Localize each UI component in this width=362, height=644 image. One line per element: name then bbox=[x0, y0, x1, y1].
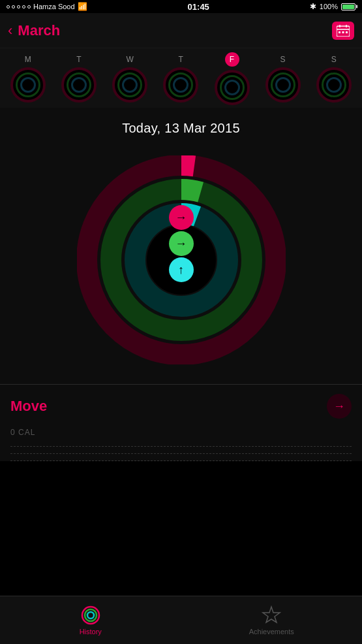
week-label-sun: S bbox=[331, 55, 337, 64]
week-label-sat: S bbox=[280, 55, 286, 64]
date-header: Today, 13 Mar 2015 bbox=[0, 108, 362, 142]
week-label-wed: W bbox=[126, 55, 134, 64]
main-content: Today, 13 Mar 2015 → → bbox=[0, 108, 362, 461]
dot-3 bbox=[17, 5, 20, 8]
dot-2 bbox=[12, 5, 15, 8]
week-day-sat[interactable]: S bbox=[260, 55, 306, 103]
dashed-line-3 bbox=[10, 460, 352, 461]
status-left: Hamza Sood 📶 bbox=[7, 2, 87, 11]
svg-point-15 bbox=[85, 609, 97, 621]
week-day-mon[interactable]: M bbox=[5, 55, 51, 103]
rings-container: → → ↑ bbox=[0, 142, 362, 384]
week-ring-sun bbox=[316, 67, 352, 103]
carrier-name: Hamza Sood bbox=[33, 3, 75, 10]
week-ring-sat bbox=[265, 67, 301, 103]
week-label-thu: T bbox=[179, 55, 184, 64]
back-button[interactable]: ‹ March bbox=[8, 22, 60, 39]
calendar-button[interactable] bbox=[332, 22, 354, 40]
tab-achievements-label: Achievements bbox=[249, 628, 294, 636]
dashed-line-1 bbox=[10, 446, 352, 447]
week-ring-thu bbox=[163, 67, 198, 103]
week-day-wed[interactable]: W bbox=[107, 55, 153, 103]
tab-history[interactable]: History bbox=[0, 596, 181, 644]
battery-fill bbox=[342, 5, 354, 9]
svg-rect-6 bbox=[346, 31, 348, 33]
week-ring-mon bbox=[10, 67, 46, 103]
week-day-thu[interactable]: T bbox=[158, 55, 204, 103]
nav-title: March bbox=[15, 22, 60, 39]
status-bar: Hamza Sood 📶 01:45 ✱ 100% bbox=[0, 0, 362, 13]
back-chevron-icon: ‹ bbox=[8, 24, 12, 38]
move-arrow-icon: → bbox=[175, 211, 187, 225]
tab-bar: History Achievements bbox=[0, 596, 362, 644]
battery-percent: 100% bbox=[320, 3, 338, 10]
tab-achievements[interactable]: Achievements bbox=[181, 596, 363, 644]
dashed-line-2 bbox=[10, 453, 352, 454]
week-row: M T W T F bbox=[0, 48, 362, 108]
history-icon bbox=[81, 605, 100, 625]
tab-history-label: History bbox=[80, 628, 102, 636]
move-label: Move bbox=[10, 398, 47, 415]
stand-arrow-icon: ↑ bbox=[178, 263, 184, 277]
svg-rect-5 bbox=[342, 31, 344, 33]
move-detail-button[interactable]: → bbox=[327, 394, 352, 419]
bluetooth-icon: ✱ bbox=[310, 2, 316, 11]
calendar-icon bbox=[337, 25, 350, 37]
nav-header: ‹ March bbox=[0, 13, 362, 48]
week-label-fri: F bbox=[225, 52, 239, 67]
move-section: Move → bbox=[0, 385, 362, 425]
arrows-overlay: → → ↑ bbox=[169, 205, 194, 282]
svg-marker-17 bbox=[263, 607, 280, 622]
week-day-sun[interactable]: S bbox=[311, 55, 357, 103]
wifi-icon: 📶 bbox=[78, 2, 87, 11]
week-ring-tue bbox=[61, 67, 97, 103]
cal-label: 0 CAL bbox=[0, 425, 362, 440]
svg-rect-4 bbox=[339, 31, 340, 33]
exercise-arrow-icon: → bbox=[175, 237, 187, 251]
week-label-mon: M bbox=[25, 55, 32, 64]
week-label-tue: T bbox=[76, 55, 82, 64]
battery-icon bbox=[341, 3, 355, 10]
week-ring-wed bbox=[112, 67, 147, 103]
dot-1 bbox=[7, 5, 10, 8]
week-day-fri[interactable]: F bbox=[209, 52, 255, 105]
move-arrow-button[interactable]: → bbox=[169, 205, 194, 230]
svg-point-16 bbox=[87, 612, 94, 619]
status-time: 01:45 bbox=[188, 2, 209, 12]
dot-5 bbox=[27, 5, 31, 8]
signal-dots bbox=[7, 5, 31, 8]
dot-4 bbox=[22, 5, 25, 8]
week-ring-fri bbox=[215, 70, 250, 105]
status-right: ✱ 100% bbox=[310, 2, 355, 11]
week-day-tue[interactable]: T bbox=[56, 55, 102, 103]
move-detail-arrow-icon: → bbox=[333, 400, 345, 413]
stand-arrow-button[interactable]: ↑ bbox=[169, 257, 194, 282]
achievements-icon bbox=[262, 605, 281, 625]
exercise-arrow-button[interactable]: → bbox=[169, 231, 194, 256]
